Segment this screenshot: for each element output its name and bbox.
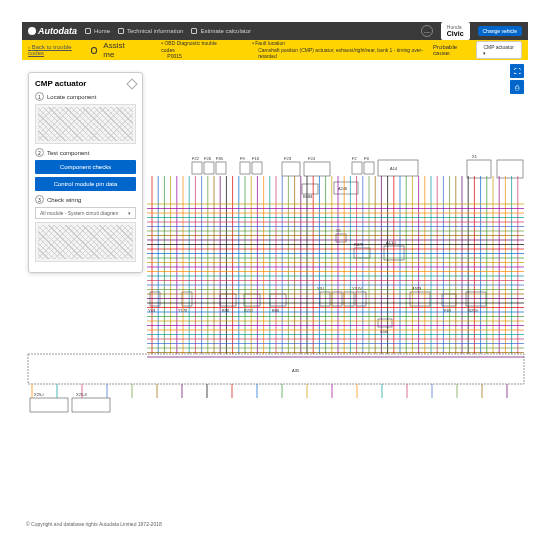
svg-rect-41 — [220, 294, 236, 306]
book-icon — [118, 28, 124, 34]
change-vehicle-button[interactable]: Change vehicle — [478, 26, 522, 36]
svg-rect-4 — [192, 162, 202, 174]
fullscreen-button[interactable]: ⛶ — [510, 64, 524, 78]
svg-rect-14 — [282, 162, 300, 176]
svg-text:X29-II: X29-II — [76, 392, 87, 397]
edit-icon[interactable] — [126, 78, 137, 89]
svg-rect-55 — [442, 294, 456, 306]
svg-text:F9: F9 — [240, 156, 245, 161]
wiring-dropdown[interactable]: All module - System circuit diagram▾ — [35, 207, 136, 219]
svg-rect-16 — [304, 162, 330, 176]
svg-rect-27 — [302, 184, 318, 194]
svg-text:Y3-IV: Y3-IV — [352, 286, 362, 291]
svg-rect-22 — [378, 160, 418, 176]
home-icon — [85, 28, 91, 34]
svg-text:A14: A14 — [390, 166, 398, 171]
svg-rect-5 — [204, 162, 214, 174]
fault-location: • Fault location Camshaft position (CMP)… — [252, 40, 427, 60]
probable-cause-label: Probable cause: — [433, 44, 472, 56]
dtc-info: • OBD Diagnostic trouble codes P0015 — [161, 40, 226, 60]
svg-text:B183: B183 — [303, 194, 313, 199]
svg-text:A246: A246 — [338, 186, 348, 191]
svg-rect-19 — [364, 162, 374, 174]
svg-text:F24: F24 — [308, 156, 316, 161]
wiring-label: Check wiring — [47, 197, 81, 203]
nav-home[interactable]: Home — [85, 28, 110, 34]
component-panel: CMP actuator 1Locate component 2Test com… — [28, 72, 143, 273]
svg-rect-18 — [352, 162, 362, 174]
wiring-thumbnail[interactable] — [35, 222, 136, 262]
svg-text:S1: S1 — [336, 228, 342, 233]
svg-text:X29-I: X29-I — [34, 392, 44, 397]
vehicle-selector[interactable]: Honda Civic — [441, 22, 470, 40]
more-menu-icon[interactable]: ⋯ — [421, 25, 433, 37]
svg-text:A503: A503 — [412, 286, 422, 291]
svg-rect-61 — [30, 398, 68, 412]
svg-text:Y3-I: Y3-I — [317, 286, 324, 291]
panel-title: CMP actuator — [35, 79, 86, 88]
svg-rect-26 — [497, 160, 523, 178]
chevron-down-icon: ▾ — [128, 210, 131, 216]
nav-tech[interactable]: Technical information — [118, 28, 183, 34]
component-checks-button[interactable]: Component checks — [35, 160, 136, 174]
svg-text:F22: F22 — [192, 156, 200, 161]
svg-text:A35: A35 — [292, 368, 300, 373]
svg-text:F10: F10 — [252, 156, 260, 161]
nav-estimate[interactable]: Estimate calculator — [191, 28, 251, 34]
probable-cause-chip[interactable]: CMP actuator ▾ — [476, 41, 522, 59]
locate-thumbnail[interactable] — [35, 104, 136, 144]
svg-rect-63 — [72, 398, 110, 412]
svg-rect-11 — [252, 162, 262, 174]
svg-rect-66 — [28, 354, 524, 384]
bulb-icon — [91, 47, 98, 54]
svg-rect-10 — [240, 162, 250, 174]
back-link[interactable]: ‹ Back to trouble codes — [28, 44, 85, 56]
brand-logo: Autodata — [28, 26, 77, 36]
calculator-icon — [191, 28, 197, 34]
pin-data-button[interactable]: Control module pin data — [35, 177, 136, 191]
svg-text:F3: F3 — [364, 156, 369, 161]
assist-title: Assist me — [103, 41, 135, 59]
svg-rect-6 — [216, 162, 226, 174]
svg-text:F26: F26 — [204, 156, 212, 161]
svg-text:F35: F35 — [216, 156, 224, 161]
svg-rect-24 — [467, 160, 491, 178]
svg-rect-45 — [270, 294, 286, 306]
print-button[interactable]: ⎙ — [510, 80, 524, 94]
svg-text:F2: F2 — [352, 156, 357, 161]
svg-text:F23: F23 — [284, 156, 292, 161]
svg-text:X1: X1 — [472, 154, 478, 159]
test-label: Test component — [47, 150, 89, 156]
locate-label: Locate component — [47, 94, 96, 100]
copyright: © Copyright and database rights Autodata… — [22, 520, 166, 528]
